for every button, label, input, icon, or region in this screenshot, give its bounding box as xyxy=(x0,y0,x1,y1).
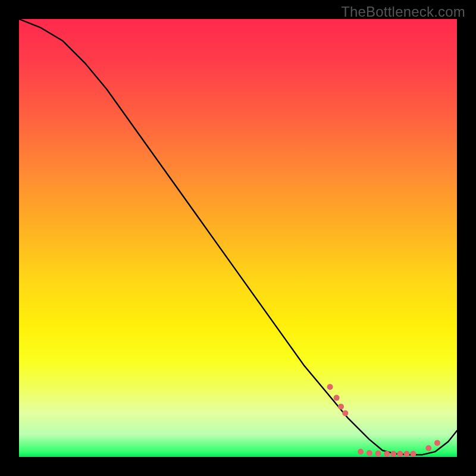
optimal-zone-dot xyxy=(375,450,381,456)
optimal-zone-dot xyxy=(358,449,364,455)
optimal-zone-dot xyxy=(334,395,340,401)
optimal-zone-dot xyxy=(367,450,372,456)
optimal-zone-dot xyxy=(338,403,344,409)
watermark-label: TheBottleneck.com xyxy=(341,4,465,20)
bottleneck-gradient-plot xyxy=(19,19,457,457)
optimal-zone-dot xyxy=(410,451,416,457)
optimal-zone-dot xyxy=(327,384,333,390)
optimal-zone-dot xyxy=(342,410,348,416)
optimal-zone-dot xyxy=(425,445,431,451)
optimal-zone-dot xyxy=(403,451,409,457)
bottleneck-curve xyxy=(19,19,457,455)
optimal-zone-dot xyxy=(397,451,403,457)
optimal-zone-dots xyxy=(327,384,440,457)
optimal-zone-dot xyxy=(384,451,390,457)
optimal-zone-dot xyxy=(434,440,440,446)
chart-stage: TheBottleneck.com xyxy=(0,0,476,476)
curve-layer xyxy=(19,19,457,457)
optimal-zone-dot xyxy=(390,451,396,457)
